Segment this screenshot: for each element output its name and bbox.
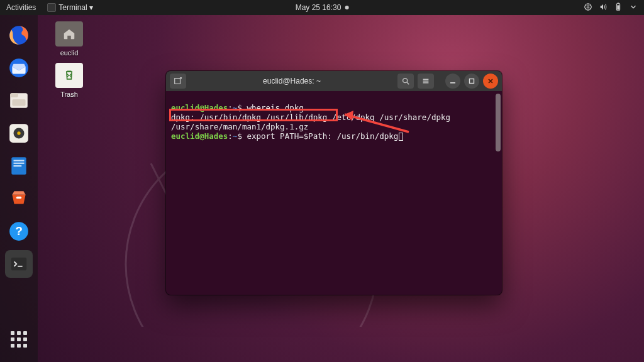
svg-rect-19 (11, 258, 26, 271)
volume-icon[interactable] (599, 3, 608, 13)
terminal-title: euclid@Hades: ~ (190, 77, 394, 85)
dock-software[interactable] (5, 185, 33, 212)
svg-rect-13 (14, 160, 25, 161)
dock-firefox[interactable] (5, 21, 33, 49)
maximize-button[interactable] (464, 74, 479, 89)
network-icon[interactable] (584, 3, 592, 13)
svg-rect-28 (470, 79, 474, 84)
svg-point-11 (17, 131, 20, 134)
dock-writer[interactable] (5, 152, 33, 180)
terminal-titlebar[interactable]: euclid@Hades: ~ (166, 71, 502, 91)
svg-rect-27 (450, 82, 455, 84)
terminal-mini-icon (47, 3, 56, 12)
svg-rect-14 (14, 163, 25, 164)
show-applications-button[interactable] (5, 326, 33, 353)
svg-rect-2 (618, 3, 619, 3)
top-bar: Activities Terminal ▾ May 25 16:30 (0, 0, 644, 15)
dock-files[interactable] (5, 87, 33, 114)
active-app-indicator[interactable]: Terminal ▾ (47, 3, 93, 12)
hamburger-menu-button[interactable] (418, 74, 434, 89)
annotation-arrow-icon (327, 101, 415, 138)
active-app-label: Terminal ▾ (58, 3, 93, 12)
svg-rect-8 (12, 99, 25, 106)
trash-icon (55, 63, 83, 88)
desktop-icon-trash-label: Trash (49, 90, 89, 98)
desktop-icon-home[interactable]: euclid (49, 21, 89, 57)
power-menu-icon[interactable] (629, 3, 638, 13)
battery-icon[interactable] (614, 3, 623, 13)
annotation-highlight-box (169, 109, 338, 121)
desktop-icon-home-label: euclid (49, 49, 89, 57)
new-tab-button[interactable] (170, 74, 186, 89)
svg-rect-16 (16, 197, 22, 199)
dock: ? (0, 15, 38, 362)
search-button[interactable] (397, 74, 414, 89)
minimize-button[interactable] (445, 74, 460, 89)
svg-rect-20 (18, 266, 23, 267)
svg-rect-25 (423, 80, 429, 81)
svg-text:?: ? (15, 224, 23, 238)
home-folder-icon (55, 21, 83, 47)
dock-help[interactable]: ? (5, 217, 33, 245)
activities-button[interactable]: Activities (6, 3, 36, 12)
svg-line-29 (345, 114, 409, 132)
close-button[interactable] (483, 74, 498, 89)
svg-rect-7 (10, 93, 18, 97)
svg-rect-24 (423, 79, 429, 80)
clock[interactable]: May 25 16:30 (296, 3, 341, 12)
svg-rect-3 (617, 5, 619, 9)
desktop-icon-trash[interactable]: Trash (49, 63, 89, 98)
dock-rhythmbox[interactable] (5, 119, 33, 147)
svg-rect-22 (175, 79, 180, 84)
svg-rect-26 (423, 82, 429, 83)
dock-thunderbird[interactable] (5, 54, 33, 82)
notification-dot-icon (345, 6, 348, 9)
terminal-scrollbar[interactable] (496, 94, 501, 151)
svg-point-23 (403, 79, 408, 83)
svg-rect-15 (14, 165, 22, 167)
dock-terminal[interactable] (5, 250, 33, 278)
